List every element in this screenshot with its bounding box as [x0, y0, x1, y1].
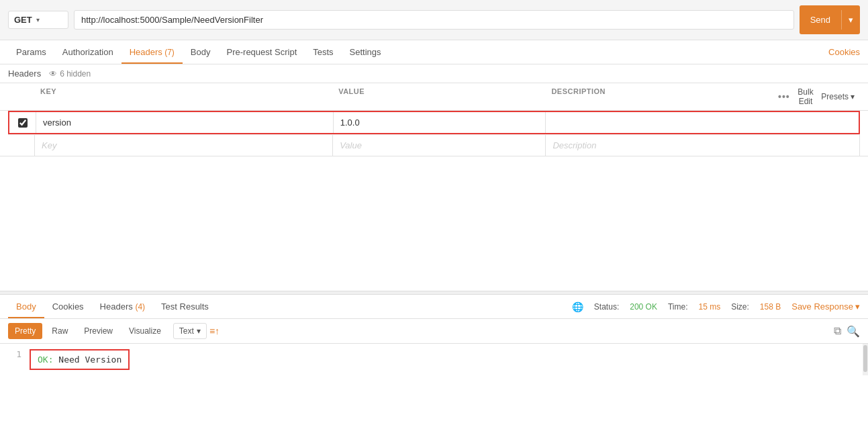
save-response-button[interactable]: Save Response ▾: [791, 301, 860, 312]
bulk-edit-button[interactable]: Bulk Edit: [795, 87, 816, 106]
size-value: 158 B: [760, 302, 781, 312]
resp-body-tab-pretty[interactable]: Pretty: [8, 323, 42, 339]
more-icon[interactable]: •••: [778, 91, 790, 102]
header-rows-wrapper: version 1.0.0 Key Value Description: [0, 111, 868, 156]
resp-tab-headers-label: Headers: [100, 301, 133, 312]
cookies-link[interactable]: Cookies: [828, 47, 860, 57]
resp-tab-testresults-label: Test Results: [161, 301, 209, 312]
resp-tab-testresults[interactable]: Test Results: [153, 295, 217, 318]
resp-tab-headers[interactable]: Headers (4): [92, 295, 153, 318]
resp-body-tab-preview[interactable]: Preview: [77, 323, 119, 339]
resp-tab-cookies-label: Cookies: [52, 301, 84, 312]
tab-authorization-label: Authorization: [62, 47, 113, 57]
response-message: Need Version: [58, 355, 122, 365]
tab-tests-label: Tests: [313, 47, 333, 57]
tab-tests[interactable]: Tests: [305, 40, 341, 64]
status-label: Status:: [594, 302, 619, 312]
response-line: 1 OK: Need Version: [8, 349, 860, 370]
top-bar: GET ▾ Send ▾: [0, 0, 868, 40]
response-tabs: Body Cookies Headers (4) Test Results 🌐 …: [0, 295, 868, 319]
send-button[interactable]: Send ▾: [800, 5, 860, 34]
tab-settings-label: Settings: [350, 47, 381, 57]
search-icon[interactable]: 🔍: [847, 325, 860, 338]
size-label: Size:: [731, 302, 749, 312]
line-number: 1: [8, 349, 21, 370]
th-key: KEY: [35, 83, 333, 110]
empty-row-key[interactable]: Key: [35, 135, 333, 156]
tab-prerequest[interactable]: Pre-request Script: [219, 40, 305, 64]
row-value-cell[interactable]: 1.0.0: [334, 112, 546, 133]
tab-authorization[interactable]: Authorization: [54, 40, 122, 64]
row-checkbox-cell[interactable]: [9, 112, 36, 133]
response-content: 1 OK: Need Version: [0, 344, 868, 375]
hidden-count-badge: 👁 6 hidden: [49, 69, 91, 79]
empty-row-value[interactable]: Value: [333, 135, 546, 156]
resp-tab-body-label: Body: [16, 301, 36, 312]
save-response-chevron-icon: ▾: [855, 301, 860, 312]
empty-row-desc[interactable]: Description: [546, 135, 860, 156]
response-status-area: 🌐 Status: 200 OK Time: 15 ms Size: 158 B…: [572, 301, 860, 312]
filter-icon[interactable]: ≡↑: [209, 326, 220, 336]
eye-icon: 👁: [49, 69, 57, 79]
headers-label: Headers: [8, 68, 41, 79]
status-value: 200 OK: [630, 302, 657, 312]
tab-params[interactable]: Params: [8, 40, 54, 64]
url-input[interactable]: [74, 10, 794, 30]
presets-button[interactable]: Presets ▾: [821, 92, 855, 101]
resp-body-tab-pretty-label: Pretty: [15, 326, 36, 336]
table-row: version 1.0.0: [8, 111, 860, 134]
empty-row-check: [8, 135, 35, 156]
ok-text: OK:: [38, 355, 53, 365]
resp-body-tab-visualize-label: Visualize: [129, 326, 161, 336]
resp-body-tab-raw-label: Raw: [52, 326, 68, 336]
headers-table-container: KEY VALUE DESCRIPTION ••• Bulk Edit Pres…: [0, 83, 868, 156]
tab-headers-label: Headers: [130, 47, 162, 57]
scrollbar-thumb[interactable]: [863, 345, 867, 372]
resp-tab-body[interactable]: Body: [8, 295, 44, 318]
th-actions: ••• Bulk Edit Presets ▾: [773, 83, 860, 110]
copy-icon[interactable]: ⧉: [834, 325, 841, 338]
resp-body-tab-raw[interactable]: Raw: [45, 323, 75, 339]
send-arrow-icon: ▾: [841, 10, 860, 30]
empty-row: Key Value Description: [8, 134, 860, 156]
row-checkbox[interactable]: [18, 118, 28, 128]
resp-body-tab-preview-label: Preview: [84, 326, 113, 336]
time-label: Time:: [668, 302, 688, 312]
resp-tab-headers-badge: (4): [135, 302, 145, 312]
row-desc-cell: [546, 112, 859, 133]
resp-body-tab-visualize[interactable]: Visualize: [122, 323, 168, 339]
tab-settings[interactable]: Settings: [342, 40, 389, 64]
format-label: Text: [179, 326, 194, 336]
th-description: DESCRIPTION: [546, 83, 773, 110]
th-value: VALUE: [333, 83, 546, 110]
format-chevron-icon: ▾: [197, 326, 201, 336]
tab-params-label: Params: [16, 47, 46, 57]
resp-body-actions: ⧉ 🔍: [834, 325, 860, 338]
table-header-row: KEY VALUE DESCRIPTION ••• Bulk Edit Pres…: [0, 83, 868, 111]
headers-bar: Headers 👁 6 hidden: [0, 64, 868, 83]
response-text-box: OK: Need Version: [30, 349, 130, 370]
tab-headers[interactable]: Headers (7): [122, 40, 183, 64]
presets-label: Presets: [821, 92, 849, 101]
row-key-cell[interactable]: version: [36, 112, 334, 133]
globe-icon: 🌐: [572, 301, 583, 312]
resp-tab-cookies[interactable]: Cookies: [44, 295, 92, 318]
request-tabs: Params Authorization Headers (7) Body Pr…: [0, 40, 868, 64]
method-label: GET: [14, 15, 32, 25]
presets-chevron-icon: ▾: [851, 92, 855, 101]
method-selector[interactable]: GET ▾: [8, 11, 68, 29]
hidden-count: 6 hidden: [60, 69, 91, 79]
time-value: 15 ms: [698, 302, 720, 312]
tab-headers-badge: (7): [162, 48, 175, 57]
send-label: Send: [800, 10, 841, 30]
tab-body-label: Body: [191, 47, 211, 57]
response-body-tabs: Pretty Raw Preview Visualize Text ▾ ≡↑ ⧉…: [0, 319, 868, 344]
tab-body[interactable]: Body: [183, 40, 219, 64]
save-response-label: Save Response: [791, 301, 853, 312]
th-check: [8, 83, 35, 110]
scrollbar[interactable]: [863, 344, 868, 375]
method-chevron-icon: ▾: [36, 16, 40, 24]
tab-prerequest-label: Pre-request Script: [227, 47, 297, 57]
format-selector[interactable]: Text ▾: [173, 323, 207, 339]
